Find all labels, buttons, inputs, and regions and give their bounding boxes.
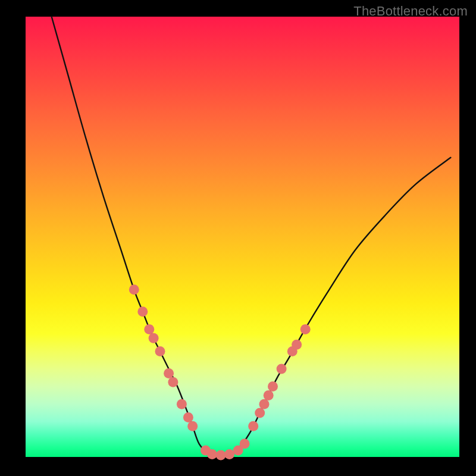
data-point: [240, 439, 250, 449]
data-point: [164, 368, 174, 378]
data-point: [248, 421, 258, 431]
chart-frame: TheBottleneck.com: [0, 0, 476, 476]
data-point: [216, 450, 226, 461]
data-point: [168, 377, 178, 387]
bottleneck-curve: [52, 17, 451, 455]
data-point: [300, 324, 311, 334]
data-point: [183, 412, 193, 422]
data-point: [259, 399, 270, 409]
data-point: [155, 346, 165, 356]
data-point: [144, 324, 154, 334]
data-point: [255, 408, 265, 418]
data-point: [187, 421, 198, 431]
data-points: [129, 284, 311, 460]
data-point: [207, 449, 217, 459]
data-point: [177, 399, 187, 409]
data-point: [137, 306, 148, 317]
data-point: [292, 340, 302, 350]
data-point: [264, 390, 274, 400]
data-point: [277, 364, 287, 374]
data-point: [149, 333, 159, 343]
data-point: [129, 284, 139, 295]
data-point: [224, 449, 234, 459]
data-point: [268, 381, 278, 392]
plot-area: [26, 17, 459, 457]
curve-layer: [26, 17, 459, 457]
